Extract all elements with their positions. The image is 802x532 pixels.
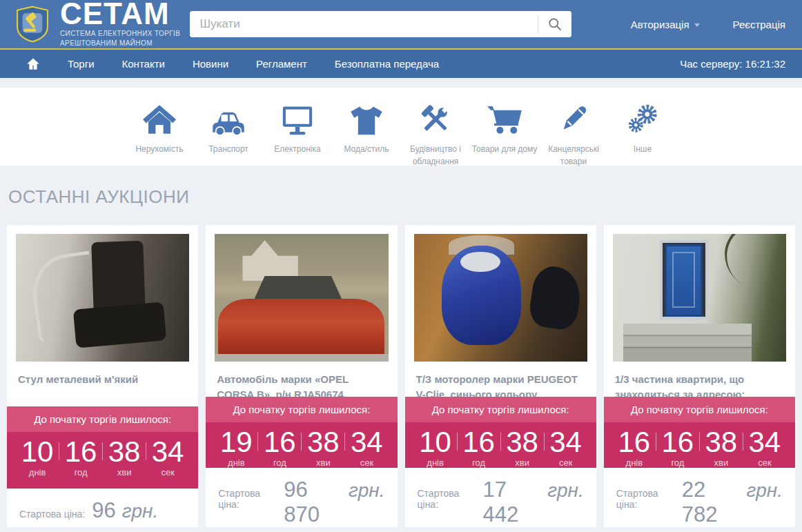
start-price: 17 442 — [482, 477, 541, 527]
section-title: ОСТАННІ АУКЦІОНИ — [8, 186, 802, 208]
gavel-shield-icon — [14, 4, 51, 44]
category-other[interactable]: Інше — [608, 100, 677, 155]
auction-photo-chair[interactable] — [16, 234, 189, 362]
start-price: 96 870 — [284, 477, 342, 527]
auction-card: Стул металевий м'який До початку торгів … — [7, 225, 198, 527]
categories-bar: Нерухомість Транспорт Електроніка Мода/с… — [0, 88, 802, 166]
price-row: Стартова ціна: 22 782 грн. — [604, 468, 795, 527]
countdown-header: До початку торгів лишилося: — [604, 397, 795, 422]
category-real-estate[interactable]: Нерухомість — [125, 100, 194, 155]
countdown-header: До початку торгів лишилося: — [206, 397, 397, 422]
start-price: 96 — [92, 498, 115, 523]
home-icon — [26, 57, 40, 70]
pencil-icon — [558, 103, 589, 136]
auction-title[interactable]: Стул металевий м'який — [7, 362, 198, 406]
countdown-header: До початку торгів лишилося: — [7, 406, 198, 432]
auction-title[interactable]: 1/3 частина квартири, що знаходиться за … — [604, 362, 795, 397]
price-row: Стартова ціна: 17 442 грн. — [405, 468, 596, 527]
countdown-header: До початку торгів лишилося: — [405, 397, 596, 422]
registration-link[interactable]: Реєстрація — [733, 19, 785, 30]
search-icon — [547, 16, 563, 32]
search-box — [190, 11, 571, 37]
countdown-seconds: 34 — [548, 427, 584, 457]
category-home-goods[interactable]: Товари для дому — [470, 100, 539, 155]
gears-icon — [625, 103, 661, 136]
countdown-minutes: 38 — [703, 427, 739, 457]
nav-home-button[interactable] — [26, 57, 40, 70]
auction-title[interactable]: Автомобіль марки «OPEL CORSA B», р/н RJA… — [206, 362, 397, 397]
chevron-down-icon — [694, 23, 700, 27]
nav-item-kontakty[interactable]: Контакти — [122, 58, 165, 70]
countdown-hours: 16 — [262, 427, 297, 457]
countdown: 16днів 16год 38хви 34сек — [604, 422, 795, 468]
auction-photo-house[interactable] — [613, 234, 786, 362]
countdown-minutes: 38 — [505, 427, 540, 457]
cart-icon — [486, 103, 523, 136]
search-input[interactable] — [190, 11, 538, 37]
server-time: Час серверу: 16:21:32 — [680, 58, 785, 70]
countdown-days: 10 — [19, 437, 55, 467]
countdown-minutes: 38 — [305, 427, 341, 457]
header: СЕТАМ СИСТЕМА ЕЛЕКТРОННИХ ТОРГІВ АРЕШТОВ… — [0, 0, 802, 50]
search-button[interactable] — [538, 11, 571, 37]
countdown-seconds: 34 — [349, 427, 384, 457]
price-row: Стартова ціна: 96 грн. — [7, 489, 198, 523]
countdown-seconds: 34 — [747, 427, 783, 457]
countdown-hours: 16 — [63, 437, 99, 467]
main-nav: Торги Контакти Новини Регламент Безоплат… — [0, 50, 802, 78]
nav-item-bezoplatna[interactable]: Безоплатна передача — [335, 58, 439, 70]
countdown-minutes: 38 — [106, 437, 142, 467]
countdown: 10днів 16год 38хви 34сек — [405, 422, 596, 468]
logo-subtitle: СИСТЕМА ЕЛЕКТРОННИХ ТОРГІВ АРЕШТОВАНИМ М… — [60, 29, 180, 48]
category-fashion[interactable]: Мода/стиль — [332, 100, 401, 155]
auction-card: Автомобіль марки «OPEL CORSA B», р/н RJA… — [206, 225, 397, 527]
monitor-icon — [280, 104, 315, 136]
countdown-days: 16 — [616, 427, 652, 457]
auction-cards: Стул металевий м'який До початку торгів … — [0, 225, 802, 527]
tools-icon — [418, 103, 453, 136]
countdown-days: 19 — [218, 427, 254, 457]
auction-photo-car[interactable] — [215, 234, 388, 362]
auction-photo-scooter[interactable] — [414, 234, 587, 362]
auction-title[interactable]: Т/З моторолер марки PEUGEOT V-Clie, синь… — [405, 362, 596, 397]
logo[interactable]: СЕТАМ СИСТЕМА ЕЛЕКТРОННИХ ТОРГІВ АРЕШТОВ… — [14, 1, 180, 48]
countdown: 19днів 16год 38хви 34сек — [206, 422, 397, 468]
nav-item-torgy[interactable]: Торги — [68, 58, 95, 70]
tshirt-icon — [349, 104, 384, 136]
nav-item-reglament[interactable]: Регламент — [256, 58, 307, 70]
category-construction[interactable]: Будівництво і обладнання — [401, 100, 470, 168]
auction-card: Т/З моторолер марки PEUGEOT V-Clie, синь… — [405, 225, 596, 527]
auction-card: 1/3 частина квартири, що знаходиться за … — [604, 225, 795, 527]
start-price: 22 782 — [682, 477, 741, 527]
authorization-link[interactable]: Авторизація — [631, 19, 700, 30]
countdown-hours: 16 — [461, 427, 497, 457]
house-icon — [141, 103, 177, 136]
category-transport[interactable]: Транспорт — [194, 100, 263, 155]
countdown-days: 10 — [418, 427, 453, 457]
countdown: 10днів 16год 38хви 34сек — [7, 432, 198, 489]
countdown-seconds: 34 — [150, 437, 186, 467]
car-icon — [209, 106, 248, 136]
nav-item-novyny[interactable]: Новини — [193, 58, 228, 70]
countdown-hours: 16 — [660, 427, 696, 457]
category-stationery[interactable]: Канцелярські товари — [539, 100, 608, 168]
logo-title: СЕТАМ — [60, 1, 180, 28]
price-row: Стартова ціна: 96 870 грн. — [206, 468, 397, 527]
category-electronics[interactable]: Електроніка — [263, 100, 332, 155]
